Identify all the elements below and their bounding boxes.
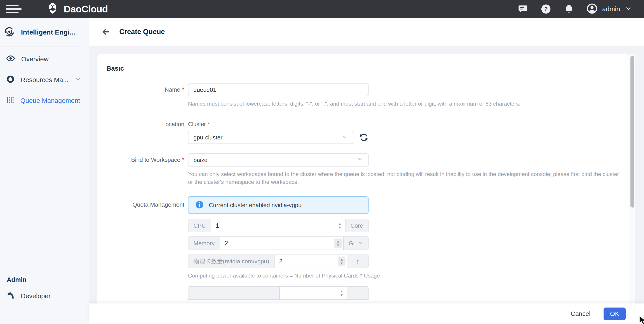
vgpu-quantity-input[interactable]	[274, 255, 347, 268]
chevron-down-icon	[357, 156, 363, 164]
brand[interactable]: DaoCloud	[46, 2, 108, 15]
footer-bar: Cancel OK	[89, 304, 644, 324]
memory-spinner[interactable]: ▲▼	[334, 238, 342, 248]
info-icon	[195, 200, 204, 210]
cluster-select-value: gpu-cluster	[194, 134, 342, 141]
sidebar-item-label: Resources Ma...	[21, 76, 69, 84]
cpu-prefix-label: CPU	[188, 219, 211, 232]
mouse-cursor	[639, 316, 644, 324]
name-input[interactable]	[188, 83, 368, 96]
memory-unit-select[interactable]: Gi	[343, 237, 368, 250]
cluster-enabled-banner: Current cluster enabled nvidia-vgpu	[188, 196, 368, 214]
sidebar-item-overview[interactable]: Overview	[0, 49, 89, 69]
banner-text: Current cluster enabled nvidia-vgpu	[209, 202, 302, 209]
cluster-sub-label: Cluster*	[188, 121, 368, 128]
partial-suffix	[347, 287, 368, 299]
brand-name: DaoCloud	[64, 3, 108, 15]
memory-prefix-label: Memory	[188, 237, 220, 250]
quota-hint: Computing power available to containers …	[188, 272, 432, 280]
queue-grid-icon	[6, 96, 14, 105]
bell-icon[interactable]	[564, 4, 574, 14]
name-hint-row: Names must consist of lowercase letters,…	[106, 100, 629, 108]
help-icon[interactable]: ?	[541, 4, 551, 14]
workspace-label: Bind to Workspace*	[106, 154, 188, 166]
sidebar-item-queue-management[interactable]: Queue Management	[0, 90, 89, 111]
required-asterisk: *	[208, 121, 210, 128]
vgpu-spinner[interactable]: ▲▼	[338, 257, 346, 266]
sidebar-section-admin: Admin	[0, 265, 89, 286]
workspace-select[interactable]: baize	[188, 154, 368, 166]
chat-icon[interactable]	[518, 4, 528, 14]
section-title: Basic	[106, 65, 629, 72]
chevron-down-icon	[625, 5, 632, 13]
name-hint: Names must consist of lowercase letters,…	[188, 100, 620, 108]
sidebar: Intelligent Engi... Overview Resources M…	[0, 18, 89, 324]
quota-row-partial: ▲▼	[188, 286, 368, 300]
cpu-quantity-input[interactable]	[211, 219, 345, 232]
user-avatar-icon	[587, 3, 597, 15]
cpu-quota-group: CPU ▲▼ Core	[188, 219, 368, 232]
resources-sync-icon	[6, 75, 14, 85]
chevron-down-icon	[342, 134, 348, 141]
chevron-down-icon	[358, 240, 363, 247]
memory-unit-label: Gi	[349, 240, 354, 247]
required-asterisk: *	[182, 156, 184, 163]
cancel-button[interactable]: Cancel	[571, 310, 590, 318]
username-label: admin	[602, 5, 620, 13]
form-card: Basic Name* Names must consist of lowerc…	[98, 54, 629, 304]
cpu-unit-label: Core	[345, 219, 368, 232]
vgpu-up-arrow-icon[interactable]: ↑	[347, 255, 368, 268]
developer-reply-icon	[6, 291, 14, 301]
chevron-down-icon	[75, 76, 81, 84]
vgpu-quota-group: 物理卡数量(nvidia.com/vgpu) ▲▼ ↑	[188, 255, 368, 268]
cluster-select[interactable]: gpu-cluster	[188, 131, 353, 144]
sidebar-item-developer[interactable]: Developer	[0, 286, 89, 306]
location-row: Location Cluster* gpu-cluster	[106, 121, 629, 144]
sidebar-item-resources[interactable]: Resources Ma...	[0, 69, 89, 90]
required-asterisk: *	[182, 86, 184, 93]
quota-label: Quota Management	[106, 196, 188, 300]
sidebar-item-label: Queue Management	[20, 97, 81, 105]
ok-button[interactable]: OK	[604, 308, 626, 320]
sidebar-item-label: Overview	[21, 55, 81, 63]
product-title: Intelligent Engi...	[21, 28, 75, 36]
partial-prefix	[188, 287, 280, 299]
workspace-select-value: baize	[194, 157, 357, 163]
svg-text:?: ?	[544, 6, 548, 12]
page-header: Create Queue	[89, 18, 644, 46]
sidebar-product[interactable]: Intelligent Engi...	[0, 18, 89, 46]
page-title: Create Queue	[119, 28, 165, 36]
scrollbar-thumb[interactable]	[630, 56, 634, 208]
refresh-icon[interactable]	[359, 133, 368, 142]
workspace-hint-row: You can only select workspaces bound to …	[106, 170, 629, 186]
main-area: Create Queue Basic Name* Names must cons…	[89, 18, 644, 324]
quota-row: Quota Management Current cluster enabled…	[106, 196, 629, 300]
workspace-row: Bind to Workspace* baize	[106, 154, 629, 166]
name-label: Name*	[106, 83, 188, 96]
eye-icon	[6, 54, 15, 64]
workspace-hint: You can only select workspaces bound to …	[188, 170, 620, 186]
name-row: Name*	[106, 83, 629, 96]
daocloud-logo-icon	[46, 2, 59, 15]
memory-quota-group: Memory ▲▼ Gi	[188, 236, 368, 250]
location-label: Location	[106, 121, 188, 144]
content-area: Basic Name* Names must consist of lowerc…	[89, 46, 644, 304]
topbar: DaoCloud ? admin	[0, 0, 644, 18]
intelligent-engine-icon	[4, 26, 15, 38]
user-menu[interactable]: admin	[587, 3, 632, 15]
menu-toggle-icon[interactable]	[0, 0, 25, 18]
memory-quantity-input[interactable]	[220, 237, 343, 250]
vgpu-prefix-label: 物理卡数量(nvidia.com/vgpu)	[188, 255, 274, 268]
partial-spinner[interactable]: ▲▼	[338, 288, 346, 298]
scrollbar-track[interactable]	[629, 54, 636, 304]
cpu-spinner[interactable]: ▲▼	[336, 221, 344, 230]
back-arrow-icon[interactable]	[101, 27, 111, 37]
sidebar-item-label: Developer	[21, 292, 81, 300]
sidebar-nav: Overview Resources Ma... Queue Managemen…	[0, 46, 89, 111]
